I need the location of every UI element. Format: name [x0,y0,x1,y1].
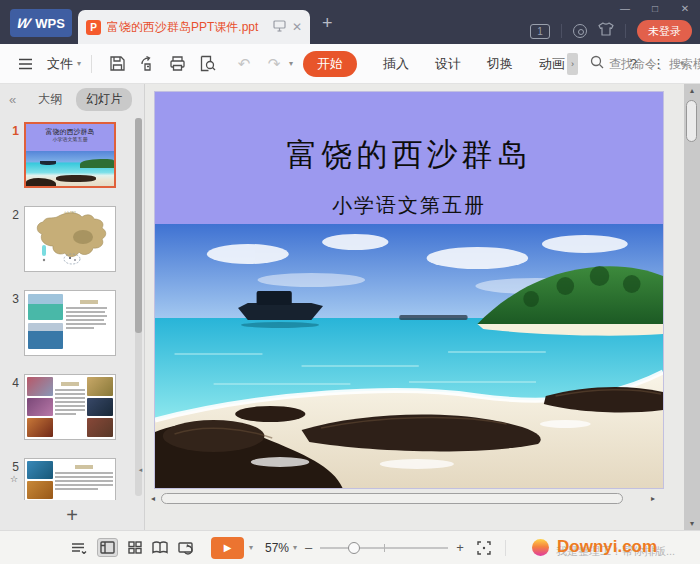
wps-logo-icon: W [15,15,32,31]
slide-sorter-view-button[interactable] [128,541,142,554]
file-menu[interactable]: 文件 ▾ [47,55,81,73]
login-button[interactable]: 未登录 [637,20,692,42]
scroll-right-icon[interactable]: ▸ [647,494,659,503]
tab-insert[interactable]: 插入 [383,55,409,73]
tab-slides[interactable]: 幻灯片 [76,88,132,111]
thumb1-subtitle: 小学语文第五册 [26,137,114,143]
print-button[interactable] [167,54,187,74]
open-documents-icon[interactable]: 1 [530,24,550,39]
minimize-button[interactable]: — [610,0,640,17]
thumb5-text [55,461,113,499]
slide-number: 1 [0,122,24,138]
save-button[interactable] [107,54,127,74]
help-icon[interactable]: ? [630,56,637,71]
toolbar-customize-chevron-icon[interactable]: ▾ [289,59,293,68]
document-tab[interactable]: P 富饶的西沙群岛PPT课件.ppt ✕ [78,10,310,44]
thumb4-photo [27,398,53,417]
divider [505,540,506,556]
notes-icon[interactable] [71,542,87,554]
close-tab-icon[interactable]: ✕ [292,20,302,34]
search-icon [590,55,604,72]
wps-home-button[interactable]: W WPS [10,9,72,37]
slide-thumbnail-row: 5 ☆ [0,458,144,500]
zoom-level[interactable]: 57% [265,541,289,555]
slide-number: 5 [0,458,24,474]
slide-thumbnail-5[interactable] [24,458,116,500]
panel-collapse-handle-icon[interactable]: ◂ [136,459,145,481]
titlebar: W WPS P 富饶的西沙群岛PPT课件.ppt ✕ + — □ ✕ 1 未登录 [0,0,700,44]
hscroll-thumb[interactable] [161,493,623,504]
tab-home[interactable]: 开始 [303,51,357,77]
current-slide[interactable]: 富饶的西沙群岛 小学语文第五册 [155,92,663,488]
slide-thumbnail-4[interactable] [24,374,116,440]
account-row: 1 未登录 [530,20,692,42]
slide-number: 4 [0,374,24,390]
panel-scrollbar[interactable] [135,118,142,496]
export-button[interactable] [137,54,157,74]
undo-button[interactable]: ↶ [234,54,254,74]
horizontal-scrollbar[interactable]: ◂ ▸ [147,492,659,505]
message-icon[interactable] [573,24,587,38]
tab-design[interactable]: 设计 [435,55,461,73]
play-slideshow-button[interactable]: ▶ [211,537,244,559]
zoom-chevron-icon[interactable]: ▾ [293,543,297,552]
wps-presentation-app: W WPS P 富饶的西沙群岛PPT课件.ppt ✕ + — □ ✕ 1 未登录 [0,0,700,564]
thumb1-title: 富饶的西沙群岛 [26,124,114,137]
new-tab-button[interactable]: + [322,14,333,32]
zoom-slider[interactable] [320,541,448,555]
skin-theme-icon[interactable] [598,22,614,40]
tab-animation[interactable]: 动画 [539,55,566,73]
tab-scroll-right-icon[interactable]: › [567,53,578,75]
print-preview-button[interactable] [197,54,217,74]
present-mode-icon[interactable] [273,20,286,35]
thumbnail-list: 1 富饶的西沙群岛 小学语文第五册 2 [0,114,144,500]
zoom-in-button[interactable]: + [456,540,464,555]
collapse-panel-icon[interactable]: « [9,92,16,107]
command-search [590,55,630,72]
normal-view-button[interactable] [97,538,118,557]
main-body: « 大纲 幻灯片 1 富饶的西沙群岛 小学语文第五册 [0,84,700,530]
scroll-left-icon[interactable]: ◂ [147,494,159,503]
divider [625,24,626,38]
hamburger-menu-icon[interactable] [15,54,35,74]
slide-thumbnail-3[interactable] [24,290,116,356]
scroll-down-icon[interactable]: ▾ [684,519,700,528]
slide-subtitle: 小学语文第五册 [155,192,663,219]
fit-to-window-icon[interactable] [477,541,491,555]
downyi-watermark: Downyi.com [557,537,657,557]
thumb4-photo [27,377,53,396]
thumb3-photo [28,323,63,349]
divider [561,24,562,38]
thumb4-photo [87,377,113,396]
redo-button[interactable]: ↷ [264,54,284,74]
slide-thumbnail-1[interactable]: 富饶的西沙群岛 小学语文第五册 [24,122,116,188]
thumb4-photo [87,398,113,417]
wps-label: WPS [35,16,65,31]
reading-view-button[interactable] [152,541,168,554]
slideshow-view-button[interactable] [178,541,194,555]
slide-thumbnail-2[interactable]: 地图 [24,206,116,272]
slide-thumbnail-row: 2 地图 [0,206,144,272]
scroll-up-icon[interactable]: ▴ [684,86,700,95]
play-options-chevron-icon[interactable]: ▾ [249,543,253,552]
vertical-scrollbar[interactable]: ▴ ▾ [684,84,700,530]
tab-transition[interactable]: 切换 [487,55,513,73]
slide-thumbnail-row: 1 富饶的西沙群岛 小学语文第五册 [0,122,144,188]
thumb4-photo [27,418,53,437]
beach-photo [155,224,663,488]
collapse-ribbon-icon[interactable]: ▾ [680,59,684,68]
slide-thumbnail-row: 3 [0,290,144,356]
zoom-slider-thumb[interactable] [348,542,360,554]
document-tab-title: 富饶的西沙群岛PPT课件.ppt [107,19,267,36]
zoom-out-button[interactable]: – [305,540,312,555]
close-window-button[interactable]: ✕ [670,0,700,17]
assistant-gradient-icon[interactable] [532,539,549,556]
chevron-down-icon: ▾ [77,59,81,68]
tab-outline[interactable]: 大纲 [38,91,62,108]
vscroll-thumb[interactable] [686,100,697,142]
add-slide-button[interactable]: + [0,500,144,530]
ribbon-right-cluster: ? ⋮ ▾ [630,56,684,71]
kebab-menu-icon[interactable]: ⋮ [652,56,665,71]
statusbar: ▶ ▾ 57% ▾ – + 我是整理工！帮你排版... Downyi.com [0,530,700,564]
maximize-button[interactable]: □ [640,0,670,17]
